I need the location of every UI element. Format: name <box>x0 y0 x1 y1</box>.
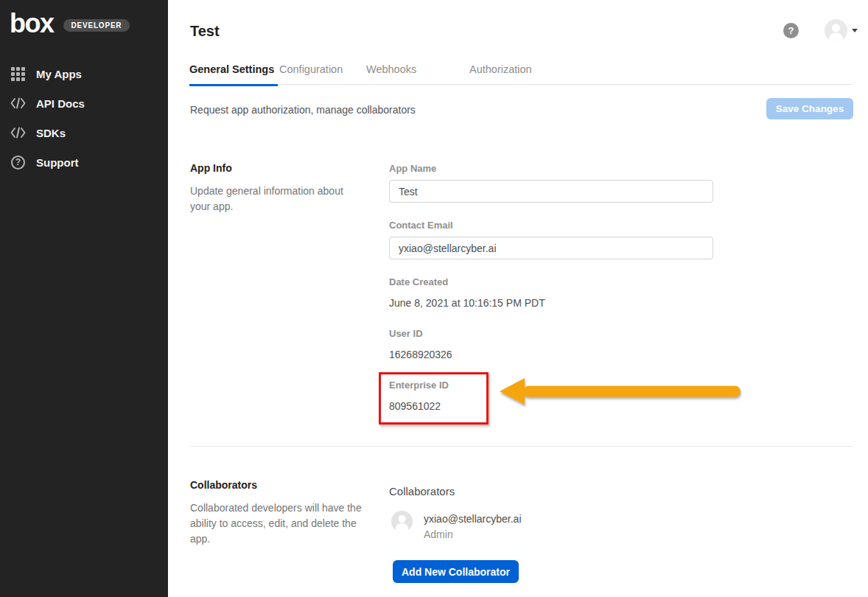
app-name-label: App Name <box>389 163 436 174</box>
sidebar-nav: My Apps API Docs SDKs <box>0 59 168 177</box>
box-logo[interactable]: box DEVELOPER <box>10 12 130 35</box>
annotation-arrow-icon <box>494 371 748 413</box>
sidebar-item-sdks[interactable]: SDKs <box>0 118 168 147</box>
app-info-description: Update general information about your ap… <box>190 184 365 214</box>
save-changes-button[interactable]: Save Changes <box>766 98 853 119</box>
tab-general-settings[interactable]: General Settings <box>189 63 278 85</box>
enterprise-id-highlight-box <box>379 372 489 425</box>
sidebar-item-label: API Docs <box>36 97 85 110</box>
app-name-input[interactable] <box>389 180 713 203</box>
collaborators-description: Collaborated developers will have the ab… <box>190 500 365 547</box>
sidebar-item-support[interactable]: ? Support <box>0 147 168 177</box>
user-id-label: User ID <box>389 328 423 339</box>
grid-icon <box>10 66 26 82</box>
user-avatar[interactable] <box>825 19 847 42</box>
box-wordmark: box <box>10 12 54 35</box>
chevron-down-icon[interactable] <box>852 29 858 32</box>
avatar <box>391 511 413 532</box>
sidebar-item-label: My Apps <box>36 68 82 80</box>
question-circle-icon: ? <box>10 155 26 170</box>
app-info-heading: App Info <box>190 162 232 174</box>
tab-bar: General Settings Configuration Webhooks … <box>189 63 853 85</box>
page-subtitle: Request app authorization, manage collab… <box>190 104 416 116</box>
page-title: Test <box>190 23 220 40</box>
box-developer-console: box DEVELOPER My Apps <box>0 0 868 597</box>
sidebar-item-my-apps[interactable]: My Apps <box>0 59 168 88</box>
person-icon <box>391 511 413 532</box>
code-icon <box>10 125 26 141</box>
tab-webhooks[interactable]: Webhooks <box>366 63 416 85</box>
developer-badge: DEVELOPER <box>63 19 130 32</box>
tab-authorization[interactable]: Authorization <box>469 63 532 85</box>
sidebar-item-label: SDKs <box>36 127 66 139</box>
contact-email-input[interactable] <box>389 237 713 259</box>
collaborators-heading: Collaborators <box>190 479 257 491</box>
date-created-value: June 8, 2021 at 10:16:15 PM PDT <box>389 297 545 309</box>
person-icon <box>825 19 847 42</box>
add-new-collaborator-button[interactable]: Add New Collaborator <box>393 560 519 583</box>
date-created-label: Date Created <box>389 276 448 287</box>
contact-email-label: Contact Email <box>389 220 453 231</box>
tab-configuration[interactable]: Configuration <box>279 63 343 85</box>
collaborators-list-label: Collaborators <box>389 485 455 498</box>
sidebar-item-api-docs[interactable]: API Docs <box>0 88 168 118</box>
help-icon[interactable]: ? <box>783 23 799 38</box>
sidebar-item-label: Support <box>36 156 79 169</box>
user-id-value: 16268920326 <box>389 349 452 360</box>
code-icon <box>10 96 26 111</box>
collaborator-role: Admin <box>424 528 453 540</box>
section-divider <box>190 446 853 447</box>
collaborator-email: yxiao@stellarcyber.ai <box>424 513 522 525</box>
sidebar: box DEVELOPER My Apps <box>0 0 168 597</box>
